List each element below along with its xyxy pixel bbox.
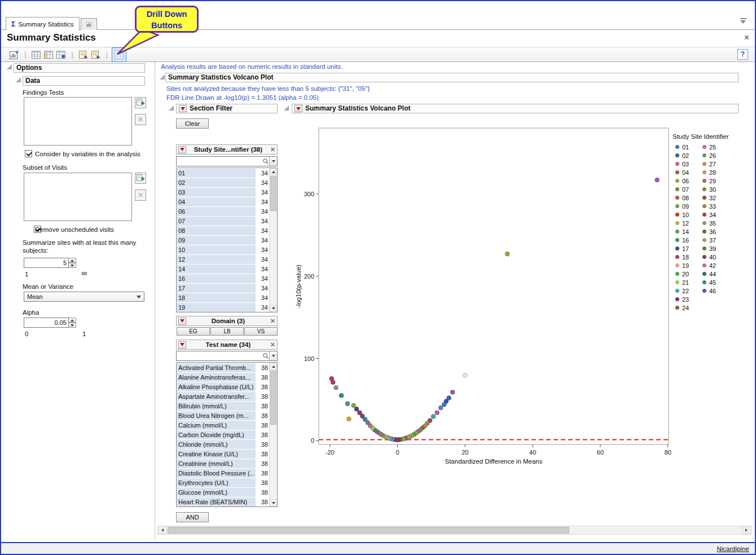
- red-triangle-menu-icon[interactable]: [295, 105, 302, 112]
- legend-item[interactable]: 26: [702, 151, 716, 160]
- site-filter-row[interactable]: 1634: [177, 274, 269, 283]
- site-search-box[interactable]: [176, 156, 278, 166]
- findings-tests-listbox[interactable]: [24, 97, 132, 146]
- site-filter-row[interactable]: 1234: [177, 254, 269, 264]
- add-visits-button[interactable]: [135, 173, 146, 184]
- site-search-input[interactable]: [177, 157, 262, 165]
- test-filter-row[interactable]: Alanine Aminotransferas...38: [177, 372, 269, 382]
- red-triangle-menu-icon[interactable]: [178, 341, 186, 349]
- site-filter-header[interactable]: Study Site...ntifier (38) ✕: [176, 144, 278, 155]
- test-search-box[interactable]: [176, 351, 278, 361]
- spin-up-icon[interactable]: [69, 318, 76, 323]
- legend-item[interactable]: 34: [702, 210, 716, 219]
- test-filter-row[interactable]: Bilirubin (mmol/L)38: [177, 401, 269, 411]
- alpha-stepper[interactable]: 0.05: [24, 318, 76, 328]
- subjects-stepper[interactable]: 5: [24, 258, 76, 268]
- legend-item[interactable]: 30: [702, 185, 716, 193]
- domain-filter-header[interactable]: Domain (3) ✕: [176, 316, 278, 326]
- data-table-marker-icon[interactable]: [55, 49, 67, 61]
- legend-item[interactable]: 36: [702, 227, 716, 236]
- legend-item[interactable]: 22: [675, 287, 689, 295]
- red-triangle-menu-icon[interactable]: [178, 318, 186, 325]
- disclosure-icon[interactable]: [16, 77, 21, 82]
- legend-item[interactable]: 25: [702, 143, 716, 151]
- tab-chart[interactable]: [81, 18, 97, 30]
- search-dropdown-icon[interactable]: [269, 351, 277, 360]
- test-filter-row[interactable]: Creatine Kinase (U/L)38: [177, 449, 269, 459]
- domain-vs-button[interactable]: VS: [244, 327, 278, 336]
- section-filter-header[interactable]: Section Filter: [176, 104, 278, 113]
- legend-item[interactable]: 24: [675, 303, 689, 312]
- site-filter-row[interactable]: 0634: [177, 206, 269, 216]
- consider-variables-checkbox[interactable]: [25, 150, 32, 157]
- test-filter-row[interactable]: Aspartate Aminotransfer...38: [177, 391, 269, 401]
- site-filter-row[interactable]: 0334: [177, 187, 269, 197]
- legend-item[interactable]: 02: [675, 151, 689, 160]
- site-filter-row[interactable]: 0734: [177, 216, 269, 226]
- site-filter-row[interactable]: 0134: [177, 168, 269, 178]
- legend-item[interactable]: 39: [702, 244, 716, 253]
- test-filter-row[interactable]: Calcium (mmol/L)38: [177, 420, 269, 430]
- volcano-outline-header[interactable]: Summary Statistics Volcano Plot: [165, 73, 739, 82]
- scroll-down-icon[interactable]: [270, 499, 277, 506]
- close-icon[interactable]: ✕: [270, 318, 275, 325]
- legend-item[interactable]: 45: [702, 278, 716, 287]
- legend-item[interactable]: 33: [702, 202, 716, 210]
- close-icon[interactable]: ✕: [270, 146, 275, 153]
- mean-variance-select[interactable]: Mean: [24, 292, 144, 302]
- legend-item[interactable]: 07: [675, 185, 689, 193]
- legend-item[interactable]: 42: [702, 261, 716, 270]
- site-filter-row[interactable]: 0434: [177, 197, 269, 206]
- test-filter-row[interactable]: Erythrocytes (U/L)38: [177, 478, 269, 487]
- scroll-thumb[interactable]: [168, 527, 569, 534]
- legend-item[interactable]: 46: [702, 287, 716, 295]
- domain-lb-button[interactable]: LB: [210, 327, 244, 336]
- legend-item[interactable]: 03: [675, 160, 689, 168]
- legend-item[interactable]: 44: [702, 270, 716, 278]
- data-table-colored-icon[interactable]: [42, 49, 55, 61]
- remove-tests-button[interactable]: ✕: [135, 114, 146, 125]
- legend-item[interactable]: 08: [675, 193, 689, 202]
- legend-item[interactable]: 28: [702, 168, 716, 177]
- disclosure-icon[interactable]: [169, 105, 174, 111]
- red-triangle-menu-icon[interactable]: [178, 146, 186, 153]
- site-filter-row[interactable]: 0234: [177, 178, 269, 187]
- red-triangle-menu-icon[interactable]: [179, 105, 187, 112]
- options-header[interactable]: Options: [14, 63, 145, 73]
- test-filter-row[interactable]: Carbon Dioxide (mg/dL)38: [177, 430, 269, 439]
- disclosure-icon[interactable]: [160, 74, 165, 80]
- close-icon[interactable]: ×: [744, 33, 749, 43]
- spin-up-icon[interactable]: [69, 258, 76, 263]
- test-filter-row[interactable]: Chloride (mmol/L)38: [177, 439, 269, 449]
- site-filter-row[interactable]: 1834: [177, 293, 269, 302]
- test-filter-row[interactable]: Creatinine (mmol/L)38: [177, 459, 269, 468]
- site-list-scrollbar[interactable]: [269, 168, 277, 312]
- legend-item[interactable]: 17: [675, 244, 689, 253]
- legend-item[interactable]: 14: [675, 227, 689, 236]
- test-filter-row[interactable]: Diastolic Blood Pressure (...38: [177, 468, 269, 478]
- help-button[interactable]: ?: [737, 49, 748, 60]
- site-filter-row[interactable]: 1434: [177, 264, 269, 274]
- site-filter-row[interactable]: 0834: [177, 226, 269, 235]
- close-icon[interactable]: ✕: [270, 341, 275, 349]
- volcano-plot-header[interactable]: Summary Statistics Volcano Plot: [292, 104, 739, 113]
- legend-item[interactable]: 27: [702, 160, 716, 168]
- scroll-down-icon[interactable]: [270, 305, 277, 312]
- volcano-plot[interactable]: 0100200300-20020406080Standardized Diffe…: [293, 121, 682, 468]
- test-filter-row[interactable]: Heart Rate (BEATS/MIN)38: [177, 497, 269, 506]
- spin-down-icon[interactable]: [69, 263, 76, 268]
- site-filter-row[interactable]: 0934: [177, 235, 269, 245]
- scroll-thumb[interactable]: [270, 371, 276, 425]
- clear-button[interactable]: Clear: [176, 118, 209, 129]
- site-filter-row[interactable]: 1034: [177, 245, 269, 254]
- legend-item[interactable]: 18: [675, 253, 689, 261]
- site-filter-row[interactable]: 1934: [177, 302, 269, 312]
- launch-report-icon[interactable]: [8, 49, 20, 61]
- test-list-scrollbar[interactable]: [269, 363, 277, 506]
- and-button[interactable]: AND: [176, 512, 209, 522]
- remove-visits-button[interactable]: ✕: [135, 190, 146, 201]
- legend-item[interactable]: 16: [675, 236, 689, 244]
- study-link[interactable]: Nicardipine: [717, 545, 749, 552]
- alpha-value[interactable]: 0.05: [24, 318, 69, 328]
- panel-splitter[interactable]: [155, 62, 155, 540]
